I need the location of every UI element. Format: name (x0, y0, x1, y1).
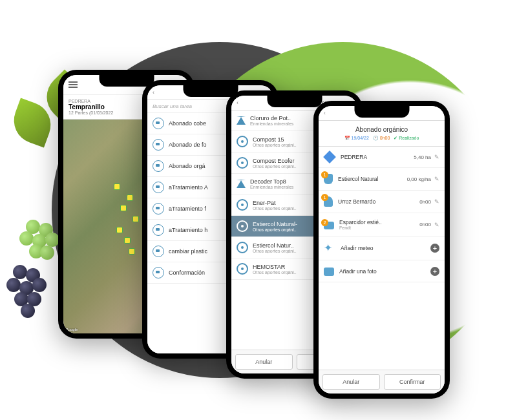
row-icon: 2 (324, 222, 334, 229)
parte-task: Abonado orgánico (324, 126, 439, 133)
row-label: Esparcidor estié..Fendt (339, 219, 419, 230)
back-icon[interactable]: ‹ (153, 89, 154, 96)
back-icon[interactable]: ‹ (237, 100, 238, 106)
parte-row[interactable]: Añadir una foto+ (319, 260, 445, 282)
edit-icon[interactable]: ✎ (434, 198, 439, 205)
material-icon (237, 116, 246, 125)
row-icon (324, 268, 334, 276)
add-icon[interactable]: + (430, 267, 439, 276)
cancel-button[interactable]: Anular (235, 354, 293, 370)
parte-status: ✔ Realizado (394, 136, 419, 141)
row-label: PEDRERA (341, 154, 414, 160)
count-badge: 1 (321, 194, 328, 201)
row-value: 0h00 (419, 199, 431, 205)
tractor-icon (153, 224, 164, 236)
row-icon (323, 151, 336, 163)
material-icon (237, 263, 248, 275)
parte-row[interactable]: ✦Añadir meteo+ (319, 236, 445, 260)
edit-icon[interactable]: ✎ (434, 176, 439, 182)
row-label: Añadir una foto (339, 268, 430, 275)
edit-icon[interactable]: ✎ (434, 222, 439, 228)
tractor-icon (153, 139, 164, 151)
row-value: 0,00 kg/ha (407, 176, 431, 182)
count-badge: 2 (321, 219, 328, 226)
material-icon (237, 157, 248, 169)
parte-row[interactable]: 2Esparcidor estié..Fendt0h00✎ (319, 213, 445, 236)
row-label: Urroz Bernardo (338, 198, 419, 205)
tractor-icon (153, 203, 164, 215)
edit-icon[interactable]: ✎ (434, 154, 439, 160)
tractor-icon (153, 246, 164, 257)
material-icon (237, 180, 246, 188)
parte-list: PEDRERA5,40 ha✎1Estiercol Natural0,00 kg… (319, 147, 445, 370)
row-sublabel: Fendt (339, 226, 419, 230)
row-label: Añadir meteo (341, 245, 430, 251)
confirm-button[interactable]: Confirmar (384, 374, 441, 390)
parte-date: 📅 19/04/22 (344, 136, 369, 141)
row-icon: 1 (324, 174, 333, 184)
material-icon (237, 220, 248, 232)
tractor-icon (153, 267, 164, 278)
parte-row[interactable]: PEDRERA5,40 ha✎ (319, 147, 445, 168)
phone-parte: ‹ Parte Abonado orgánico 📅 19/04/22 🕐 0h… (313, 101, 450, 399)
tractor-icon (153, 160, 164, 172)
parte-row[interactable]: 1Urroz Bernardo0h00✎ (319, 191, 445, 213)
row-value: 0h00 (419, 222, 431, 227)
row-icon: ✦ (324, 242, 335, 254)
row-value: 5,40 ha (414, 154, 431, 160)
add-icon[interactable]: + (430, 244, 439, 253)
menu-icon[interactable] (69, 81, 78, 88)
count-badge: 1 (321, 171, 328, 178)
row-icon: 1 (324, 196, 333, 207)
row-label: Estiercol Natural (338, 176, 407, 182)
material-icon (237, 199, 248, 211)
material-icon (237, 136, 248, 147)
parte-header: Abonado orgánico 📅 19/04/22 🕐 0h00 ✔ Rea… (319, 121, 445, 147)
tractor-icon (153, 182, 164, 193)
tractor-icon (153, 118, 164, 129)
material-icon (237, 242, 248, 253)
back-icon[interactable]: ‹ (324, 110, 326, 116)
button-bar: Anular Confirmar (319, 370, 445, 394)
parte-row[interactable]: 1Estiercol Natural0,00 kg/ha✎ (319, 168, 445, 191)
cancel-button[interactable]: Anular (322, 374, 380, 390)
parte-time: 🕐 0h00 (373, 136, 390, 141)
